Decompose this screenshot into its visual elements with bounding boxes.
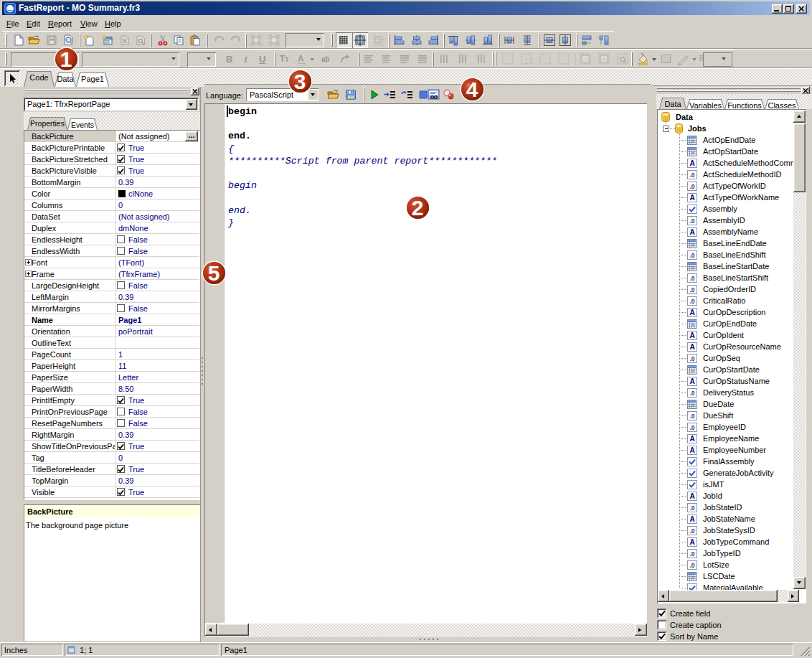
svg-text:.0: .0 (689, 274, 694, 281)
svg-text:.0: .0 (689, 217, 694, 224)
svg-text:A: A (689, 159, 694, 167)
svg-text:A: A (689, 194, 694, 202)
svg-text:.0: .0 (689, 550, 694, 557)
svg-text:.0: .0 (689, 412, 694, 419)
svg-text:A: A (689, 446, 694, 454)
svg-text:A: A (689, 377, 694, 385)
svg-text:.0: .0 (689, 251, 694, 258)
svg-text:.0: .0 (689, 504, 694, 511)
svg-text:A: A (689, 228, 694, 236)
svg-text:.0: .0 (689, 561, 694, 568)
svg-text:.0: .0 (689, 286, 694, 293)
svg-text:.0: .0 (689, 297, 694, 304)
svg-text:A: A (689, 538, 694, 546)
svg-text:.0: .0 (689, 171, 694, 178)
svg-text:.0: .0 (689, 354, 694, 362)
svg-text:A: A (689, 343, 694, 351)
svg-text:.0: .0 (689, 389, 694, 396)
svg-text:A: A (689, 515, 694, 523)
svg-text:A: A (689, 435, 694, 443)
svg-text:A: A (689, 309, 694, 316)
svg-text:A: A (689, 492, 694, 500)
svg-text:.0: .0 (689, 527, 694, 534)
svg-text:.0: .0 (689, 423, 694, 431)
svg-text:.0: .0 (689, 182, 694, 189)
svg-text:A: A (689, 332, 694, 339)
